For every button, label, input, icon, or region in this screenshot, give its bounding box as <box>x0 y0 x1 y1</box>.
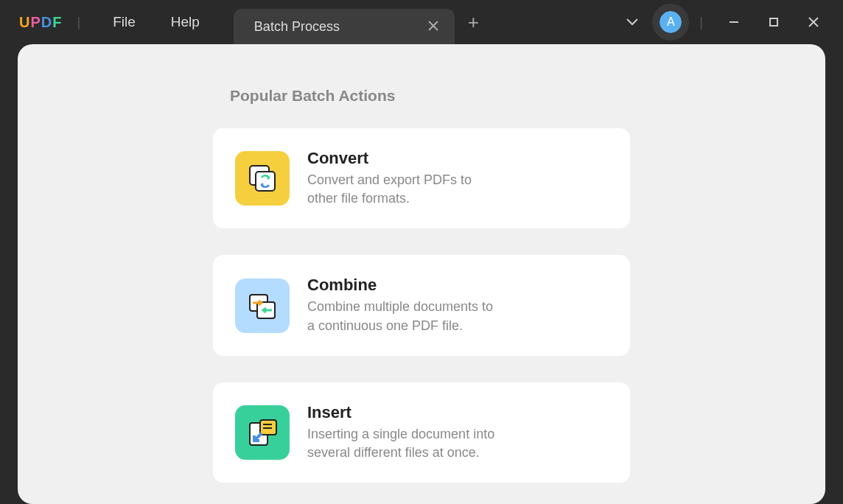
divider: | <box>699 15 703 30</box>
svg-rect-3 <box>770 18 777 26</box>
avatar[interactable]: A <box>660 11 682 33</box>
titlebar-right: A | <box>615 10 843 35</box>
card-convert[interactable]: Convert Convert and export PDFs to other… <box>213 128 630 228</box>
add-tab-icon[interactable]: + <box>468 11 479 34</box>
section-title: Popular Batch Actions <box>230 87 825 105</box>
insert-icon <box>235 405 290 460</box>
tab-label: Batch Process <box>254 19 340 35</box>
card-title: Convert <box>307 149 499 168</box>
titlebar: UPDF | File Help Batch Process + A | <box>0 0 843 44</box>
content-area: Popular Batch Actions Convert Convert an… <box>18 44 825 504</box>
card-insert[interactable]: Insert Inserting a single document into … <box>213 382 630 483</box>
card-list: Convert Convert and export PDFs to other… <box>18 128 825 483</box>
close-window-button[interactable] <box>797 10 830 34</box>
card-desc: Inserting a single document into several… <box>307 425 499 462</box>
app-logo: UPDF <box>19 14 62 31</box>
minimize-button[interactable] <box>718 10 750 34</box>
chevron-down-icon[interactable] <box>615 10 649 35</box>
card-title: Combine <box>307 276 499 295</box>
card-desc: Combine multiple documents to a continuo… <box>307 298 499 335</box>
convert-icon <box>235 151 290 206</box>
svg-rect-7 <box>256 172 275 191</box>
tabs-area: Batch Process + <box>234 0 479 44</box>
maximize-button[interactable] <box>758 10 790 34</box>
divider: | <box>77 15 80 30</box>
close-icon[interactable] <box>425 16 441 38</box>
card-combine[interactable]: Combine Combine multiple documents to a … <box>213 255 630 355</box>
tab-batch-process[interactable]: Batch Process <box>234 9 455 44</box>
combine-icon <box>235 279 290 333</box>
menu-file[interactable]: File <box>95 14 153 30</box>
card-title: Insert <box>307 403 499 422</box>
menu-help[interactable]: Help <box>153 14 217 30</box>
card-desc: Convert and export PDFs to other file fo… <box>307 171 499 208</box>
